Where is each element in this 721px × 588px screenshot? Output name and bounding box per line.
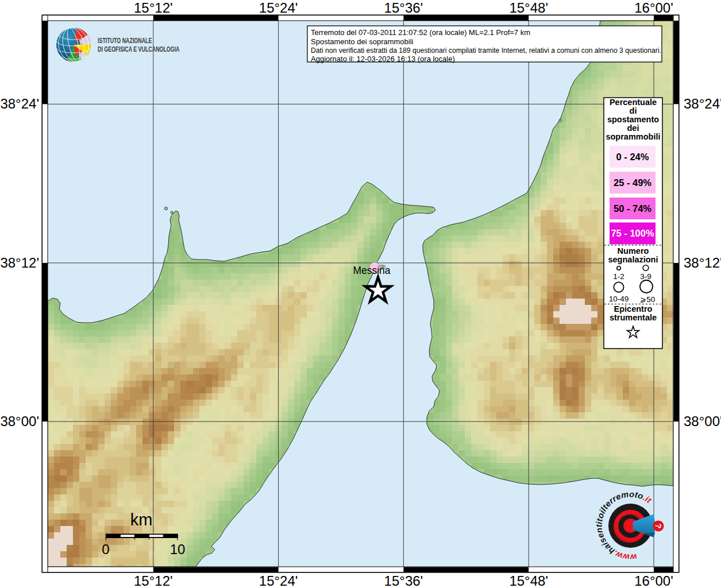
svg-text:15°48': 15°48' xyxy=(509,0,548,16)
svg-text:di: di xyxy=(630,106,637,115)
svg-text:Terremoto del 07-03-2011 21:07: Terremoto del 07-03-2011 21:07:52 (ora l… xyxy=(311,28,530,37)
svg-text:15°48': 15°48' xyxy=(509,573,548,588)
svg-text:16°00': 16°00' xyxy=(634,0,673,16)
svg-text:DI GEOFISICA E VULCANOLOGIA: DI GEOFISICA E VULCANOLOGIA xyxy=(98,45,180,53)
svg-text:15°24': 15°24' xyxy=(259,0,298,16)
svg-text:38°24': 38°24' xyxy=(0,96,39,111)
svg-text:?: ? xyxy=(654,523,664,528)
svg-text:10-49: 10-49 xyxy=(609,295,629,303)
svg-text:1-2: 1-2 xyxy=(613,272,624,281)
svg-text:Spostamento dei soprammobili: Spostamento dei soprammobili xyxy=(311,37,414,46)
svg-text:15°36': 15°36' xyxy=(384,573,423,588)
svg-text:38°12': 38°12' xyxy=(0,255,39,270)
svg-text:Numero: Numero xyxy=(618,246,649,256)
svg-text:25 - 49%: 25 - 49% xyxy=(614,177,651,188)
svg-text:Epicentro: Epicentro xyxy=(614,304,653,314)
svg-text:soprammobili: soprammobili xyxy=(606,132,660,141)
svg-text:0 - 24%: 0 - 24% xyxy=(616,152,649,162)
svg-text:Dati non verificati estratti d: Dati non verificati estratti da 189 ques… xyxy=(311,46,661,55)
svg-text:Aggiornato il: 12-03-2026 16:1: Aggiornato il: 12-03-2026 16:13 (ora loc… xyxy=(311,55,455,63)
svg-text:km: km xyxy=(130,510,153,529)
svg-text:spostamento: spostamento xyxy=(607,115,659,124)
svg-text:segnalazioni: segnalazioni xyxy=(608,255,658,264)
svg-text:38°00': 38°00' xyxy=(684,413,721,429)
svg-text:3-9: 3-9 xyxy=(640,272,651,281)
svg-text:strumentale: strumentale xyxy=(610,313,657,322)
svg-text:75 - 100%: 75 - 100% xyxy=(611,228,654,238)
svg-text:15°12': 15°12' xyxy=(134,0,173,16)
svg-text:15°12': 15°12' xyxy=(134,573,173,588)
svg-text:ISTITUTO NAZIONALE: ISTITUTO NAZIONALE xyxy=(98,36,152,44)
svg-text:Messina: Messina xyxy=(353,265,390,276)
svg-text:50 - 74%: 50 - 74% xyxy=(614,203,651,214)
svg-text:dei: dei xyxy=(627,123,639,133)
svg-text:⩾50: ⩾50 xyxy=(640,295,655,304)
svg-text:38°24': 38°24' xyxy=(684,96,721,111)
svg-text:15°24': 15°24' xyxy=(259,573,298,588)
svg-text:0: 0 xyxy=(102,541,109,557)
svg-text:38°12': 38°12' xyxy=(684,255,721,270)
svg-text:10: 10 xyxy=(170,541,186,557)
svg-text:16°00': 16°00' xyxy=(634,573,673,588)
svg-text:Percentuale: Percentuale xyxy=(610,98,657,107)
svg-text:38°00': 38°00' xyxy=(0,413,39,429)
svg-text:15°36': 15°36' xyxy=(384,0,423,16)
